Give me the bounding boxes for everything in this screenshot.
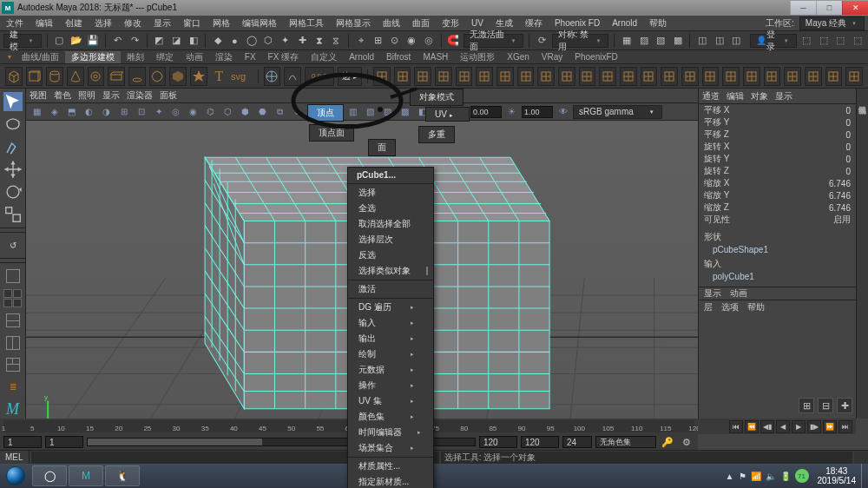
menu-mesh[interactable]: 网格 xyxy=(207,17,236,30)
account-login[interactable]: 👤 登录 xyxy=(750,34,797,48)
autokey-icon[interactable]: 🔑 xyxy=(660,434,675,450)
vp-tool-7-icon[interactable]: ✦ xyxy=(151,104,166,119)
shelf-poly-tool-16-icon[interactable] xyxy=(702,67,720,86)
vp-tool-13-icon[interactable]: ⬣ xyxy=(255,104,270,119)
cb-tab-edit[interactable]: 编辑 xyxy=(727,90,744,102)
ctx-item[interactable]: 选择 xyxy=(348,185,433,201)
vp-gamma-icon[interactable]: ☀ xyxy=(504,104,519,119)
tray-flag-icon[interactable]: ⚑ xyxy=(739,472,746,481)
paint-select-tool[interactable] xyxy=(3,137,23,156)
shelf-star-icon[interactable] xyxy=(190,67,207,86)
shelf-poly-tool-17-icon[interactable] xyxy=(722,67,740,86)
ctx-item[interactable]: 颜色集▸ xyxy=(348,409,433,425)
two-pane-h-icon[interactable] xyxy=(3,311,23,330)
store-1-icon[interactable]: ⬚ xyxy=(800,33,814,49)
layer-btn-3-icon[interactable]: ✚ xyxy=(837,398,852,413)
system-tray[interactable]: ▲ ⚑ 📶 🔈 🔋 71 xyxy=(722,469,812,483)
three-pane-icon[interactable] xyxy=(3,355,23,374)
vp-tool-0-icon[interactable]: ▦ xyxy=(30,104,44,119)
layer-tab-display[interactable]: 显示 xyxy=(704,287,721,300)
shelf-poly-tool-19-icon[interactable] xyxy=(764,67,781,86)
new-scene-icon[interactable]: ▢ xyxy=(52,33,66,49)
vp-tool2-5-icon[interactable]: ▩ xyxy=(398,104,412,119)
vp-tool-12-icon[interactable]: ⬢ xyxy=(238,104,253,119)
sel-mask-4-icon[interactable]: ⬡ xyxy=(262,33,276,49)
shelf-poly-tool-12-icon[interactable] xyxy=(620,67,637,86)
vp-color-space-select[interactable]: sRGB gamma xyxy=(573,105,662,119)
taskbar-app-maya[interactable]: M xyxy=(69,465,103,486)
menu-arnold[interactable]: Arnold xyxy=(606,18,643,28)
shelf-tab-sculpt[interactable]: 雕刻 xyxy=(121,51,150,63)
channel-row[interactable]: 缩放 Z6.746 xyxy=(704,201,851,214)
channel-value[interactable]: 0 xyxy=(845,167,851,176)
shelf-poly-tool-18-icon[interactable] xyxy=(743,67,760,86)
component-multi-pill[interactable]: 多重 xyxy=(418,126,455,143)
ctx-item[interactable]: 指定新材质... xyxy=(348,474,433,488)
channel-row[interactable]: 旋转 X0 xyxy=(704,141,851,153)
step-back-key-icon[interactable]: ⏪ xyxy=(745,420,759,433)
shelf-poly-tool-9-icon[interactable] xyxy=(558,67,575,86)
shelf-sphere-icon[interactable] xyxy=(5,67,23,86)
vp-view-transform-icon[interactable]: 👁 xyxy=(556,104,570,119)
shelf-tab-xgen[interactable]: XGen xyxy=(501,52,536,62)
vp-tool-9-icon[interactable]: ◉ xyxy=(186,104,201,119)
play-back-icon[interactable]: ◀ xyxy=(776,420,790,433)
store-2-icon[interactable]: ⬚ xyxy=(817,33,831,49)
mel-label[interactable]: MEL xyxy=(0,451,30,464)
select-mode-comp-icon[interactable]: ◪ xyxy=(169,33,183,49)
taskbar-clock[interactable]: 18:43 2019/5/14 xyxy=(812,466,862,485)
render-frame-icon[interactable]: ▦ xyxy=(620,33,634,49)
vp-menu-view[interactable]: 视图 xyxy=(30,89,47,102)
channel-value[interactable]: 0 xyxy=(845,142,851,152)
menu-surfaces[interactable]: 曲面 xyxy=(406,17,436,30)
shelf-poly-tool-3-icon[interactable] xyxy=(435,67,452,86)
rotate-tool[interactable] xyxy=(3,182,23,201)
four-pane-icon[interactable] xyxy=(3,289,23,308)
ctx-item[interactable]: 取消选择全部 xyxy=(348,216,433,232)
range-end-inner[interactable]: 120 xyxy=(479,436,517,448)
script-editor-button[interactable] xyxy=(854,452,868,464)
channel-value[interactable]: 启用 xyxy=(833,214,851,226)
menu-create[interactable]: 创建 xyxy=(59,17,89,30)
vp-tool-15-icon[interactable]: ⧈ xyxy=(290,104,305,119)
ctx-item[interactable]: 反选 xyxy=(348,247,433,263)
vp-tool2-3-icon[interactable]: ▧ xyxy=(363,104,378,119)
cb-tab-object[interactable]: 对象 xyxy=(751,90,768,102)
vp-tool-8-icon[interactable]: ◎ xyxy=(168,104,183,119)
shelf-svg-icon[interactable]: svg xyxy=(231,69,253,83)
menu-edit-mesh[interactable]: 编辑网格 xyxy=(236,17,283,30)
ctx-item[interactable]: 输入▸ xyxy=(348,315,433,331)
shelf-poly-tool-0-icon[interactable] xyxy=(373,67,391,86)
menu-select[interactable]: 选择 xyxy=(89,17,118,30)
render-setup-icon[interactable]: ▧ xyxy=(654,33,667,49)
shelf-cube-icon[interactable] xyxy=(26,67,43,86)
vp-menu-panels[interactable]: 面板 xyxy=(160,89,177,102)
channel-row[interactable]: 缩放 X6.746 xyxy=(704,177,851,189)
current-frame[interactable]: 24 xyxy=(562,436,592,448)
shelf-edge-pill[interactable]: 边 ▸ xyxy=(338,67,362,86)
menu-help[interactable]: 帮助 xyxy=(643,17,673,30)
sel-mask-7-icon[interactable]: ⧗ xyxy=(312,33,326,49)
go-end-icon[interactable]: ⏭ xyxy=(838,420,852,433)
step-fwd-icon[interactable]: ▮▶ xyxy=(807,420,821,433)
ctx-item[interactable]: 选择层次 xyxy=(348,232,433,247)
input-node[interactable]: polyCube1 xyxy=(699,272,856,283)
channel-row[interactable]: 缩放 Y6.746 xyxy=(704,189,851,201)
maximize-button[interactable]: □ xyxy=(816,1,842,15)
shelf-disc-icon[interactable] xyxy=(128,67,146,86)
shelf-tab-curves[interactable]: 曲线/曲面 xyxy=(16,51,65,63)
component-vertex-face-pill[interactable]: 顶点面 xyxy=(309,124,354,142)
select-mode-obj-icon[interactable]: ◩ xyxy=(153,33,167,49)
vp-tool-2-icon[interactable]: ⬒ xyxy=(64,104,79,119)
vp-tool-5-icon[interactable]: ⊞ xyxy=(116,104,131,119)
shelf-platonic-icon[interactable] xyxy=(149,67,167,86)
right-panel-strip[interactable]: 属性编辑器 xyxy=(856,89,868,419)
shelf-tab-poly[interactable]: 多边形建模 xyxy=(65,51,121,63)
shelf-poly-tool-10-icon[interactable] xyxy=(579,67,596,86)
vp-exposure-input[interactable]: 0.00 xyxy=(470,106,502,118)
range-start-outer[interactable]: 1 xyxy=(3,436,42,448)
ctx-item[interactable]: 全选 xyxy=(348,201,433,216)
snap-1-icon[interactable]: ⌖ xyxy=(354,33,368,49)
play-fwd-icon[interactable]: ▶ xyxy=(792,420,806,433)
start-button[interactable] xyxy=(0,464,31,488)
